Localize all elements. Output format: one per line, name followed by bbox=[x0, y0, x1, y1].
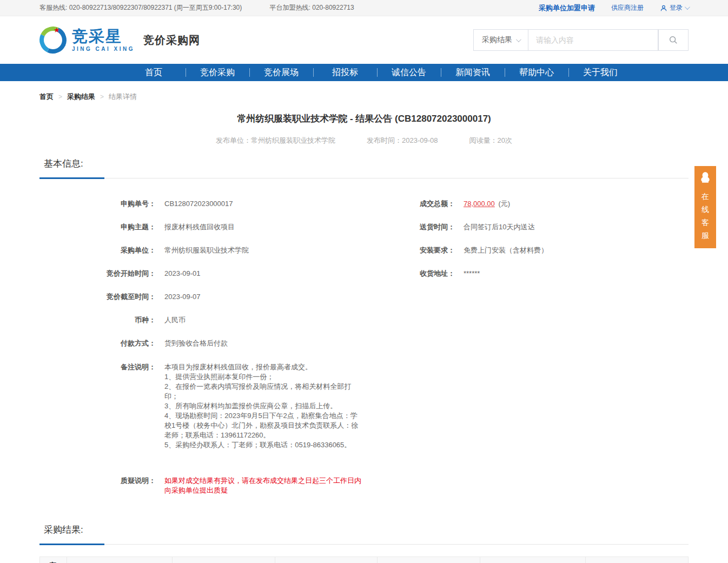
field-order-no: 申购单号： CB128072023000017 bbox=[39, 200, 364, 208]
col-item: 采购项 bbox=[67, 557, 172, 563]
article-meta: 发布单位：常州纺织服装职业技术学院 发布时间：2023-09-08 阅读量：20… bbox=[39, 136, 689, 145]
breadcrumb-home[interactable]: 首页 bbox=[39, 92, 54, 102]
topbar-hotlines: 客服热线: 020-80922713/80922307/80922371 (周一… bbox=[39, 3, 380, 12]
chevron-down-icon bbox=[685, 4, 690, 10]
logo-subtext: JING CAI XING bbox=[72, 47, 135, 52]
nav-item-bidding-hall[interactable]: 竞价展场 bbox=[249, 64, 313, 81]
breadcrumb-current: 结果详情 bbox=[109, 92, 137, 102]
col-price: 成交总价 bbox=[480, 557, 586, 563]
platform-hotline: 平台加盟热线: 020-80922713 bbox=[270, 4, 354, 11]
col-brand: 品牌 bbox=[172, 557, 275, 563]
breadcrumb-results[interactable]: 采购结果 bbox=[67, 92, 95, 102]
deal-amount-link[interactable]: 78,000.00 bbox=[464, 200, 495, 208]
nav-item-tenders[interactable]: 招投标 bbox=[313, 64, 377, 81]
field-end-time: 竞价截至时间： 2023-09-07 bbox=[39, 293, 364, 301]
col-supplier: 成交供应商 bbox=[586, 557, 689, 563]
logo-text: 竞采星 bbox=[72, 29, 135, 44]
nav-item-news[interactable]: 新闻资讯 bbox=[441, 64, 505, 81]
breadcrumb-separator: > bbox=[58, 93, 62, 101]
publish-time: 发布时间：2023-09-08 bbox=[367, 136, 438, 145]
breadcrumb-separator: > bbox=[100, 93, 104, 101]
search-category-value: 采购结果 bbox=[482, 35, 512, 45]
login-link[interactable]: 登录 bbox=[660, 3, 689, 12]
field-delivery-time: 送货时间： 合同签订后10天内送达 bbox=[364, 223, 689, 231]
fields-left-column: 申购单号： CB128072023000017 申购主题： 报废材料残值回收项目… bbox=[39, 185, 364, 495]
search-bar: 采购结果 bbox=[473, 29, 689, 51]
search-icon bbox=[669, 35, 678, 45]
result-table: 序号 采购项 品牌 型号 质保及售后服务 成交总价 成交供应商 1 报废材料残值… bbox=[39, 557, 689, 563]
login-label: 登录 bbox=[670, 3, 683, 12]
field-remark: 备注说明： 本项目为报废材料残值回收，报价最高者成交。 1、提供营业执照副本复印… bbox=[39, 362, 364, 450]
qq-penguin-icon bbox=[698, 171, 712, 185]
field-question: 质疑说明： 如果对成交结果有异议，请在发布成交结果之日起三个工作日内向采购单位提… bbox=[39, 476, 364, 495]
site-name: 竞价采购网 bbox=[143, 33, 200, 48]
basic-info-fields: 申购单号： CB128072023000017 申购主题： 报废材料残值回收项目… bbox=[39, 185, 689, 495]
field-payment: 付款方式： 货到验收合格后付款 bbox=[39, 339, 364, 348]
col-model: 型号 bbox=[275, 557, 378, 563]
col-seq: 序号 bbox=[40, 557, 67, 563]
search-button[interactable] bbox=[658, 29, 689, 51]
logo-swirl-icon: ★ bbox=[36, 23, 70, 57]
main-nav: 首页 竞价采购 竞价展场 招投标 诚信公告 新闻资讯 帮助中心 关于我们 bbox=[0, 64, 728, 81]
breadcrumb: 首页 > 采购结果 > 结果详情 bbox=[39, 92, 689, 102]
nav-item-home[interactable]: 首页 bbox=[122, 64, 186, 81]
publisher: 发布单位：常州纺织服装职业技术学院 bbox=[216, 136, 335, 145]
field-install-req: 安装要求： 免费上门安装（含材料费） bbox=[364, 246, 689, 255]
col-warranty: 质保及售后服务 bbox=[378, 557, 480, 563]
site-header: ★ 竞采星 JING CAI XING 竞价采购网 采购结果 bbox=[0, 16, 728, 64]
site-logo[interactable]: ★ 竞采星 JING CAI XING bbox=[39, 27, 135, 54]
basic-info-heading: 基本信息: bbox=[39, 157, 689, 178]
field-start-time: 竞价开始时间： 2023-09-01 bbox=[39, 269, 364, 278]
search-input[interactable] bbox=[528, 29, 658, 51]
nav-item-help-center[interactable]: 帮助中心 bbox=[505, 64, 568, 81]
question-alert-text: 如果对成交结果有异议，请在发布成交结果之日起三个工作日内向采购单位提出质疑 bbox=[164, 476, 364, 495]
customer-service-label: 在线客服 bbox=[701, 190, 710, 242]
remark-lines: 本项目为报废材料残值回收，报价最高者成交。 1、提供营业执照副本复印件一份； 2… bbox=[164, 362, 364, 450]
service-hotline: 客服热线: 020-80922713/80922307/80922371 (周一… bbox=[39, 4, 242, 11]
read-count: 阅读量：20次 bbox=[469, 136, 512, 145]
result-heading: 采购结果: bbox=[39, 524, 689, 545]
field-purchaser: 采购单位： 常州纺织服装职业技术学院 bbox=[39, 246, 364, 255]
topbar: 客服热线: 020-80922713/80922307/80922371 (周一… bbox=[0, 0, 728, 16]
user-icon bbox=[660, 4, 667, 12]
field-currency: 币种： 人民币 bbox=[39, 316, 364, 324]
fields-right-column: 成交总额： 78,000.00 (元) 送货时间： 合同签订后10天内送达 安装… bbox=[364, 185, 689, 495]
nav-item-bidding-purchase[interactable]: 竞价采购 bbox=[186, 64, 249, 81]
page-title: 常州纺织服装职业技术学院 - 结果公告 (CB128072023000017) bbox=[39, 112, 689, 125]
table-header-row: 序号 采购项 品牌 型号 质保及售后服务 成交总价 成交供应商 bbox=[40, 557, 689, 563]
online-customer-service-button[interactable]: 在线客服 bbox=[694, 166, 716, 248]
field-delivery-address: 收货地址： ****** bbox=[364, 269, 689, 278]
field-subject: 申购主题： 报废材料残值回收项目 bbox=[39, 223, 364, 231]
logo-star-icon: ★ bbox=[54, 25, 60, 34]
nav-item-integrity-notice[interactable]: 诚信公告 bbox=[377, 64, 441, 81]
search-category-select[interactable]: 采购结果 bbox=[473, 29, 528, 51]
purchaser-join-link[interactable]: 采购单位加盟申请 bbox=[539, 3, 595, 13]
field-total-amount: 成交总额： 78,000.00 (元) bbox=[364, 200, 689, 208]
supplier-register-link[interactable]: 供应商注册 bbox=[611, 3, 644, 12]
nav-item-about-us[interactable]: 关于我们 bbox=[568, 64, 632, 81]
chevron-down-icon bbox=[516, 37, 521, 42]
